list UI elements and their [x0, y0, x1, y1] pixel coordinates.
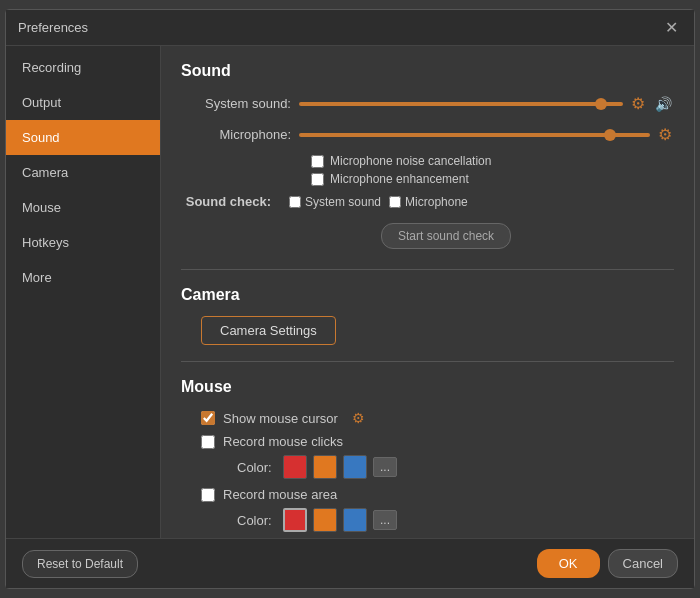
record-clicks-row: Record mouse clicks — [201, 434, 674, 449]
footer: Reset to Default OK Cancel — [6, 538, 694, 588]
dialog-title: Preferences — [18, 20, 88, 35]
click-color-more-button[interactable]: ... — [373, 457, 397, 477]
start-sound-check-button[interactable]: Start sound check — [381, 223, 511, 249]
microphone-slider-container: ⚙ — [299, 123, 674, 146]
microphone-slider[interactable] — [299, 133, 650, 137]
camera-section-title: Camera — [181, 286, 674, 304]
sidebar: Recording Output Sound Camera Mouse Hotk… — [6, 46, 161, 538]
area-color-row: Color: ... — [237, 508, 674, 532]
record-clicks-checkbox[interactable] — [201, 435, 215, 449]
cancel-button[interactable]: Cancel — [608, 549, 678, 578]
dialog-body: Recording Output Sound Camera Mouse Hotk… — [6, 46, 694, 538]
microphone-check-item: Microphone — [389, 195, 468, 209]
reset-button[interactable]: Reset to Default — [22, 550, 138, 578]
sound-check-label: Sound check: — [181, 194, 271, 209]
camera-settings-button[interactable]: Camera Settings — [201, 316, 336, 345]
click-color-orange[interactable] — [313, 455, 337, 479]
close-button[interactable]: ✕ — [661, 18, 682, 37]
sidebar-item-hotkeys[interactable]: Hotkeys — [6, 225, 160, 260]
area-color-blue[interactable] — [343, 508, 367, 532]
show-cursor-row: Show mouse cursor ⚙ — [201, 408, 674, 428]
record-area-label: Record mouse area — [223, 487, 337, 502]
click-color-row: Color: ... — [237, 455, 674, 479]
sidebar-item-sound[interactable]: Sound — [6, 120, 160, 155]
system-sound-check-item: System sound — [289, 195, 381, 209]
system-sound-row: System sound: ⚙ 🔊 — [181, 92, 674, 115]
gear-icon: ⚙ — [631, 95, 645, 112]
area-color-orange[interactable] — [313, 508, 337, 532]
sound-check-row: Sound check: System sound Microphone — [181, 194, 674, 209]
noise-cancellation-row: Microphone noise cancellation — [311, 154, 674, 168]
noise-cancellation-checkbox[interactable] — [311, 155, 324, 168]
system-sound-slider-container: ⚙ 🔊 — [299, 92, 674, 115]
sidebar-item-more[interactable]: More — [6, 260, 160, 295]
sidebar-item-camera[interactable]: Camera — [6, 155, 160, 190]
sound-section-title: Sound — [181, 62, 674, 80]
sidebar-item-output[interactable]: Output — [6, 85, 160, 120]
system-sound-slider[interactable] — [299, 102, 623, 106]
click-color-red[interactable] — [283, 455, 307, 479]
record-area-checkbox[interactable] — [201, 488, 215, 502]
noise-cancellation-label: Microphone noise cancellation — [330, 154, 491, 168]
enhancement-label: Microphone enhancement — [330, 172, 469, 186]
speaker-button[interactable]: 🔊 — [653, 94, 674, 114]
microphone-check-checkbox[interactable] — [389, 196, 401, 208]
speaker-icon: 🔊 — [655, 96, 672, 112]
enhancement-row: Microphone enhancement — [311, 172, 674, 186]
sound-check-items: System sound Microphone — [289, 195, 468, 209]
main-content: Sound System sound: ⚙ 🔊 Microphone: — [161, 46, 694, 538]
record-area-row: Record mouse area — [201, 487, 674, 502]
cursor-gear-button[interactable]: ⚙ — [346, 408, 367, 428]
sound-camera-divider — [181, 269, 674, 270]
sidebar-item-mouse[interactable]: Mouse — [6, 190, 160, 225]
footer-actions: OK Cancel — [537, 549, 678, 578]
cursor-gear-icon: ⚙ — [352, 410, 365, 426]
microphone-gear-button[interactable]: ⚙ — [656, 123, 674, 146]
microphone-row: Microphone: ⚙ — [181, 123, 674, 146]
show-cursor-label: Show mouse cursor — [223, 411, 338, 426]
system-sound-check-label: System sound — [305, 195, 381, 209]
show-cursor-checkbox[interactable] — [201, 411, 215, 425]
microphone-label: Microphone: — [181, 127, 291, 142]
gear-icon-mic: ⚙ — [658, 126, 672, 143]
system-sound-gear-button[interactable]: ⚙ — [629, 92, 647, 115]
microphone-check-label: Microphone — [405, 195, 468, 209]
click-color-blue[interactable] — [343, 455, 367, 479]
area-color-more-button[interactable]: ... — [373, 510, 397, 530]
sidebar-item-recording[interactable]: Recording — [6, 50, 160, 85]
record-clicks-label: Record mouse clicks — [223, 434, 343, 449]
enhancement-checkbox[interactable] — [311, 173, 324, 186]
preferences-dialog: Preferences ✕ Recording Output Sound Cam… — [5, 9, 695, 589]
system-sound-check-checkbox[interactable] — [289, 196, 301, 208]
title-bar: Preferences ✕ — [6, 10, 694, 46]
ok-button[interactable]: OK — [537, 549, 600, 578]
click-color-label: Color: — [237, 460, 277, 475]
camera-mouse-divider — [181, 361, 674, 362]
system-sound-label: System sound: — [181, 96, 291, 111]
area-color-red[interactable] — [283, 508, 307, 532]
area-color-label: Color: — [237, 513, 277, 528]
mouse-section-title: Mouse — [181, 378, 674, 396]
